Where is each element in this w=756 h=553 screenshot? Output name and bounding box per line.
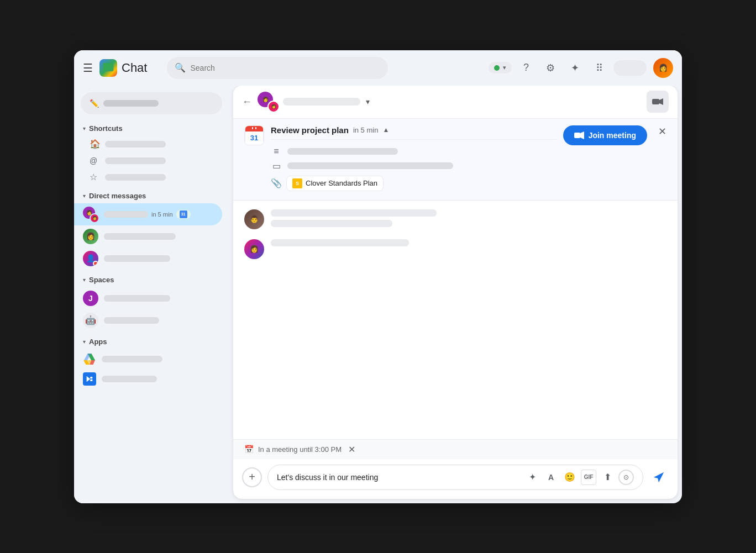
- message-input[interactable]: [277, 473, 520, 482]
- gif-button[interactable]: GIF: [581, 470, 596, 485]
- doc-name: Clover Standards Plan: [306, 179, 377, 187]
- search-icon: 🔍: [175, 62, 186, 73]
- menu-icon[interactable]: ☰: [83, 61, 93, 75]
- close-banner-button[interactable]: ✕: [658, 125, 666, 138]
- message-input-box[interactable]: ✦ A 🙂 GIF ⬆ ⊙: [267, 465, 643, 490]
- spaces-section-header[interactable]: ▾ Spaces: [74, 272, 229, 287]
- calendar-icon-status: 📅: [244, 445, 254, 454]
- join-meeting-button[interactable]: Join meeting: [563, 125, 647, 145]
- chat-title-chevron[interactable]: ▾: [366, 97, 370, 106]
- online-status-dot: [494, 65, 500, 71]
- app-title: Chat: [122, 61, 147, 75]
- space-icon-j: J: [83, 291, 98, 306]
- search-input[interactable]: [190, 64, 380, 72]
- meeting-info: Review project plan in 5 min ▲ ≡ ▭: [271, 125, 556, 193]
- send-button[interactable]: [649, 467, 669, 487]
- google-chat-logo: [99, 59, 117, 77]
- attachment-icon: 📎: [271, 178, 282, 188]
- header-right: ▾ ? ⚙ ✦ ⠿ 👩: [489, 58, 673, 78]
- chat-area: ← 👩 👩 ▾: [233, 86, 678, 499]
- logo-area: Chat: [99, 59, 147, 77]
- record-button[interactable]: ⊙: [618, 470, 634, 485]
- meeting-time: in 5 min: [353, 126, 379, 134]
- dm-item-2[interactable]: 👩: [74, 225, 222, 247]
- doc-chip[interactable]: S Clover Standards Plan: [286, 176, 384, 191]
- message-row-1: 👨: [244, 209, 666, 230]
- main-body: ✏️ ▾ Shortcuts 🏠 @ ☆: [74, 86, 682, 503]
- add-attachment-button[interactable]: +: [242, 467, 262, 487]
- shortcut-starred[interactable]: ☆: [74, 169, 222, 186]
- dm-item-1[interactable]: 👩 👩 in 5 min 31: [74, 203, 222, 225]
- svg-marker-0: [87, 376, 91, 382]
- svg-rect-2: [90, 379, 92, 381]
- dm-avatar-2: 👩: [83, 229, 98, 244]
- gemini-button[interactable]: ✦: [565, 58, 585, 78]
- chat-header-avatars: 👩 👩: [258, 92, 277, 112]
- unread-badge: [93, 261, 98, 266]
- dm-name-2: [104, 233, 216, 240]
- calendar-icon-large: 31: [244, 125, 264, 145]
- message-content-1: [271, 209, 666, 230]
- status-pill[interactable]: ▾: [489, 62, 512, 73]
- svg-rect-6: [255, 127, 256, 129]
- apps-section-header[interactable]: ▾ Apps: [74, 334, 229, 349]
- back-button[interactable]: ←: [242, 96, 252, 108]
- spaces-label: Spaces: [89, 276, 114, 284]
- meeting-banner: 31 Review project plan in 5 min ▲ ≡: [233, 119, 678, 201]
- shortcut-mentions[interactable]: @: [74, 152, 222, 169]
- top-header: ☰ Chat 🔍: [74, 50, 682, 86]
- banner-row-1: ≡: [271, 144, 556, 159]
- message-bar-2a: [271, 239, 409, 246]
- dm-label: Direct messages: [89, 192, 146, 200]
- settings-button[interactable]: ⚙: [540, 58, 560, 78]
- message-bar-1a: [271, 209, 437, 217]
- video-call-button[interactable]: [647, 91, 669, 113]
- svg-rect-3: [652, 99, 659, 104]
- svg-rect-5: [252, 127, 253, 129]
- input-area: + ✦ A 🙂 GIF ⬆ ⊙: [233, 459, 678, 499]
- message-avatar-1: 👨: [244, 209, 264, 229]
- people-icon: ▭: [271, 161, 282, 171]
- shortcut-home[interactable]: 🏠: [74, 136, 222, 152]
- chat-header-right: [647, 91, 669, 113]
- messages-area: 👨 👩: [233, 201, 678, 439]
- close-status-button[interactable]: ✕: [348, 444, 355, 455]
- apps-button[interactable]: ⠿: [589, 58, 609, 78]
- dm-chevron: ▾: [83, 193, 86, 199]
- google-meet-icon: [83, 372, 96, 386]
- search-bar[interactable]: 🔍: [167, 57, 388, 79]
- app-drive[interactable]: [74, 349, 222, 369]
- upload-button[interactable]: ⬆: [600, 470, 615, 485]
- format-text-button[interactable]: A: [543, 470, 559, 485]
- user-avatar[interactable]: 👩: [653, 58, 673, 78]
- meeting-status-bar: 📅 In a meeting until 3:00 PM ✕: [233, 439, 678, 459]
- svg-rect-7: [574, 133, 580, 138]
- calendar-icon-sm: 31: [180, 210, 187, 218]
- dm-avatar-3: 👤: [83, 251, 98, 266]
- space-item-2[interactable]: 🤖: [74, 309, 222, 331]
- meeting-expand-chevron[interactable]: ▲: [382, 126, 389, 134]
- meeting-status-text: In a meeting until 3:00 PM: [258, 445, 342, 454]
- dm-avatar-1: 👩 👩: [83, 207, 98, 222]
- new-chat-button[interactable]: ✏️: [81, 92, 222, 114]
- dm-section-header[interactable]: ▾ Direct messages: [74, 188, 229, 203]
- shortcuts-section-header[interactable]: ▾ Shortcuts: [74, 121, 229, 136]
- join-meeting-label: Join meeting: [589, 131, 636, 140]
- input-actions: ✦ A 🙂 GIF ⬆ ⊙: [524, 470, 634, 485]
- dm-name-3: [104, 255, 216, 262]
- app-meet[interactable]: [74, 369, 222, 389]
- message-avatar-2: 👩: [244, 239, 264, 259]
- star-icon: ☆: [90, 172, 99, 182]
- emoji-button[interactable]: 🙂: [562, 470, 578, 485]
- chat-header: ← 👩 👩 ▾: [233, 86, 678, 119]
- magic-icon-button[interactable]: ✦: [524, 470, 540, 485]
- space-item-1[interactable]: J: [74, 287, 222, 309]
- home-icon: 🏠: [90, 139, 99, 149]
- message-content-2: [271, 239, 666, 259]
- meeting-badge-1: 31: [176, 210, 191, 219]
- dm-item-3[interactable]: 👤: [74, 247, 222, 270]
- message-bar-1b: [271, 220, 392, 227]
- help-button[interactable]: ?: [516, 58, 536, 78]
- list-icon: ≡: [271, 146, 282, 156]
- banner-details: ≡ ▭ 📎 S Clover Standards Plan: [271, 139, 556, 193]
